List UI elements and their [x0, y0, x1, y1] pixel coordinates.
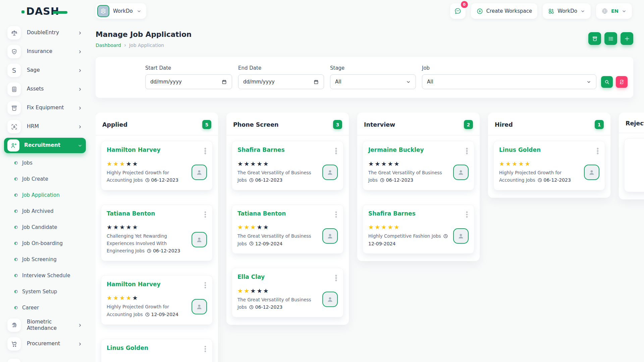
archive-button[interactable]	[588, 32, 601, 45]
applied-date: 12-09-2024	[255, 241, 282, 246]
candidate-name-link[interactable]: Tatiana Benton	[107, 210, 155, 217]
application-card[interactable]: Ella Clay ★★★★★ The Great Versatility of…	[232, 268, 343, 317]
card-menu-button[interactable]	[204, 281, 207, 290]
application-card[interactable]: Linus Golden ★★★★★ Highly Projected Grow…	[493, 141, 605, 190]
application-card[interactable]: Shafira Barnes ★★★★★ The Great Versatili…	[232, 141, 343, 190]
create-workspace-button[interactable]: Create Workspace	[471, 3, 538, 19]
candidate-name-link[interactable]: Shafira Barnes	[237, 146, 285, 153]
chevron-down-icon	[586, 79, 591, 84]
bullet-icon	[14, 274, 18, 277]
language-selector[interactable]: EN	[596, 3, 632, 19]
card-menu-button[interactable]	[465, 210, 469, 219]
card-menu-button[interactable]	[334, 210, 338, 219]
star-icon: ★	[113, 161, 118, 167]
star-icon: ★	[237, 224, 243, 230]
card-menu-button[interactable]	[334, 274, 338, 283]
workdo-menu-label: WorkDo	[557, 8, 577, 14]
sidebar-subitem-system-setup[interactable]: System Setup	[4, 284, 86, 300]
candidate-name-link[interactable]: Jermaine Buckley	[368, 146, 424, 153]
sidebar-subitem-job-archived[interactable]: Job Archived	[4, 203, 86, 219]
column-count-badge: 2	[464, 120, 473, 129]
sidebar-subitem-career[interactable]: Career	[4, 300, 86, 316]
candidate-avatar[interactable]	[453, 228, 469, 244]
calendar-icon	[221, 79, 227, 85]
candidate-avatar[interactable]	[192, 165, 207, 180]
candidate-name-link[interactable]: Linus Golden	[499, 146, 541, 153]
kanban-board: Applied5 Hamilton Harvey ★★★★★ Highly Pr…	[96, 113, 644, 362]
sidebar-item-biometric-attendance[interactable]: Biometric Attendance	[4, 316, 86, 335]
application-card[interactable]: Tatiana Benton ★★★★★ Challenging Yet Rew…	[101, 204, 213, 261]
shield-icon	[7, 45, 21, 58]
star-icon: ★	[244, 288, 249, 294]
sidebar-subitem-job-application[interactable]: Job Application	[4, 187, 86, 203]
rating-stars: ★★★★★	[107, 224, 188, 230]
stage-select[interactable]: All	[330, 74, 416, 89]
application-card[interactable]	[624, 138, 644, 192]
card-menu-button[interactable]	[204, 210, 207, 219]
sidebar-subitem-job-candidate[interactable]: Job Candidate	[4, 219, 86, 235]
job-select[interactable]: All	[422, 74, 596, 89]
candidate-avatar[interactable]	[453, 165, 469, 180]
messenger-button[interactable]: 0	[450, 3, 466, 19]
sidebar-item-assets[interactable]: Assets	[4, 80, 86, 99]
sidebar-subitem-job-on-boarding[interactable]: Job On-boarding	[4, 235, 86, 251]
candidate-avatar[interactable]	[192, 299, 207, 314]
sidebar-item-fix-equipment[interactable]: Fix Equipment	[4, 99, 86, 117]
candidate-name-link[interactable]: Hamilton Harvey	[107, 146, 161, 153]
card-menu-button[interactable]	[204, 345, 207, 354]
candidate-name-link[interactable]: Hamilton Harvey	[107, 281, 161, 288]
sidebar-item-procurement[interactable]: Procurement	[4, 335, 86, 353]
candidate-avatar[interactable]	[584, 165, 599, 180]
sidebar-subitem-interview-schedule[interactable]: Interview Schedule	[4, 267, 86, 284]
start-date-input[interactable]: dd/mm/yyyy	[145, 74, 232, 89]
sidebar-subitem-label: Job On-boarding	[22, 240, 63, 246]
workdo-menu-button[interactable]: WorkDo	[543, 3, 591, 19]
sidebar-subitem-job-screening[interactable]: Job Screening	[4, 251, 86, 267]
candidate-avatar[interactable]	[322, 228, 338, 244]
card-menu-button[interactable]	[596, 146, 600, 156]
candidate-name-link[interactable]: Tatiana Benton	[237, 210, 286, 217]
candidate-name-link[interactable]: Linus Golden	[107, 345, 148, 351]
clock-icon	[380, 178, 385, 183]
candidate-avatar[interactable]	[322, 165, 338, 180]
sidebar-subitem-job-create[interactable]: Job Create	[4, 171, 86, 187]
workspace-layers-icon	[97, 5, 109, 17]
star-icon: ★	[132, 161, 138, 167]
chevron-right-icon	[77, 87, 83, 92]
apply-filter-button[interactable]	[601, 76, 613, 88]
candidate-avatar[interactable]	[322, 292, 338, 307]
card-menu-button[interactable]	[334, 146, 338, 156]
star-icon: ★	[126, 161, 131, 167]
application-card[interactable]: Jermaine Buckley ★★★★★ The Great Versati…	[363, 141, 474, 190]
sidebar-item-insurance[interactable]: Insurance	[4, 42, 86, 61]
add-application-button[interactable]	[621, 32, 633, 45]
candidate-avatar[interactable]	[192, 232, 207, 247]
reset-filter-button[interactable]	[616, 76, 628, 88]
sidebar-item-hrm[interactable]: HRM	[4, 117, 86, 136]
card-menu-button[interactable]	[204, 146, 207, 156]
star-icon: ★	[250, 288, 256, 294]
list-view-button[interactable]	[604, 32, 617, 45]
sidebar-subitem-jobs[interactable]: Jobs	[4, 155, 86, 171]
candidate-name-link[interactable]: Ella Clay	[237, 274, 265, 280]
application-card[interactable]: Hamilton Harvey ★★★★★ Highly Projected G…	[101, 275, 213, 325]
workspace-switcher[interactable]: WorkDo	[96, 3, 146, 19]
breadcrumb-dashboard-link[interactable]: Dashboard	[96, 43, 121, 48]
card-menu-button[interactable]	[465, 146, 469, 156]
application-card[interactable]: Hamilton Harvey ★★★★★ Highly Projected G…	[101, 141, 213, 190]
chevron-right-icon	[77, 124, 83, 129]
candidate-name-link[interactable]: Shafira Barnes	[368, 210, 416, 217]
sidebar-item-doubleentry[interactable]: DoubleEntry	[4, 23, 86, 42]
end-date-input[interactable]: dd/mm/yyyy	[238, 74, 324, 89]
star-icon: ★	[375, 224, 380, 230]
application-card[interactable]: Tatiana Benton ★★★★★ The Great Versatili…	[232, 204, 343, 254]
sidebar-item-label: Assets	[27, 86, 77, 92]
application-card[interactable]: Shafira Barnes ★★★★★ Highly Competitive …	[363, 204, 474, 254]
sidebar-item-sage[interactable]: SSage	[4, 61, 86, 80]
applied-date: 06-12-2023	[151, 177, 178, 183]
star-icon: ★	[505, 161, 511, 167]
application-card[interactable]: Linus Golden	[101, 339, 213, 362]
star-icon: ★	[394, 161, 399, 167]
sidebar-item-recruitment[interactable]: Recruitment	[4, 138, 86, 153]
star-icon: ★	[250, 161, 256, 167]
